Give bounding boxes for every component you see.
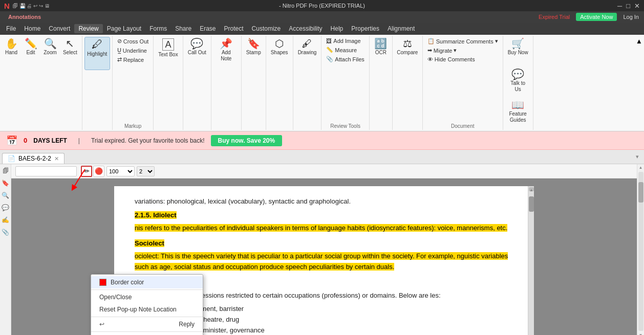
idiolect-label: 2.1.5. Idiolect bbox=[135, 211, 177, 219]
menu-erase[interactable]: Erase bbox=[196, 24, 220, 33]
replace-button[interactable]: ⇄ Replace bbox=[115, 55, 146, 64]
login-button[interactable]: Log In bbox=[621, 13, 641, 20]
reply-icon: ↩ bbox=[99, 321, 104, 328]
ribbon-group-callout: 💬 Call Out bbox=[183, 36, 211, 130]
menu-file[interactable]: File bbox=[2, 24, 20, 33]
scroll-down-button[interactable]: ▼ bbox=[638, 332, 644, 335]
menu-home[interactable]: Home bbox=[20, 24, 45, 33]
scrollbar-track[interactable] bbox=[638, 172, 643, 331]
menu-forms[interactable]: Forms bbox=[145, 24, 171, 33]
sidebar-bookmarks-icon[interactable]: 🔖 bbox=[1, 178, 10, 188]
addnote-button[interactable]: 📌 Add Note bbox=[213, 37, 239, 68]
ctx-reset-location-item[interactable]: Reset Pop-up Note Location bbox=[91, 303, 203, 316]
ctx-open-close-item[interactable]: Open/Close bbox=[91, 291, 203, 303]
hand-icon: ✋ bbox=[5, 38, 18, 49]
menu-accessibility[interactable]: Accessibility bbox=[285, 24, 326, 33]
border-color-swatch bbox=[99, 279, 106, 286]
menu-alignment[interactable]: Alignment bbox=[383, 24, 419, 33]
shapes-icon: ⬡ bbox=[275, 38, 284, 49]
zoom-tool-button[interactable]: 🔍 Zoom bbox=[41, 37, 59, 68]
menu-share[interactable]: Share bbox=[171, 24, 196, 33]
underline-button[interactable]: U̲ Underline bbox=[115, 46, 149, 55]
measure-button[interactable]: 📏 Measure bbox=[324, 46, 359, 54]
stamp-icon: 🔖 bbox=[247, 38, 260, 49]
compare-icon: ⚖ bbox=[403, 38, 412, 49]
trial-message: Trial expired. Get your favorite tools b… bbox=[91, 137, 205, 144]
menu-help[interactable]: Help bbox=[327, 24, 348, 33]
stamp-button[interactable]: 🔖 Stamp bbox=[244, 37, 264, 68]
shapes-label: Shapes bbox=[271, 50, 288, 56]
scrollbar-thumb[interactable] bbox=[638, 182, 643, 203]
tabs-dropdown-button[interactable]: ▾ bbox=[636, 153, 642, 160]
title-bar: N 🗐 💾 🖨 ↩ ↪ 🖥 - Nitro PDF Pro (EXPIRED T… bbox=[0, 0, 644, 11]
close-button[interactable]: ✕ bbox=[634, 2, 640, 10]
days-left-count: 0 bbox=[24, 137, 27, 144]
trial-buy-button[interactable]: Buy now. Save 20% bbox=[211, 135, 283, 146]
menu-convert[interactable]: Convert bbox=[45, 24, 74, 33]
highlight-label: Highlight bbox=[87, 51, 107, 57]
annotations-tab-area: Annotations bbox=[3, 13, 46, 20]
sidebar-attachments-icon[interactable]: 📎 bbox=[1, 228, 10, 237]
menu-page-layout[interactable]: Page Layout bbox=[103, 24, 145, 33]
attach-files-button[interactable]: 📎 Attach Files bbox=[324, 55, 367, 63]
talk-icon: 💬 bbox=[511, 69, 524, 79]
zoom-select[interactable]: 100 75 125 150 bbox=[106, 166, 135, 176]
menu-protect[interactable]: Protect bbox=[220, 24, 248, 33]
ribbon-group-document: 📋 Summarize Comments ▾ ➡ Migrate ▾ 👁 Hid… bbox=[423, 36, 503, 130]
maximize-button[interactable]: □ bbox=[626, 2, 630, 10]
select-tool-button[interactable]: ↖ Select bbox=[60, 37, 80, 68]
document-toolbar: ✏ 🔴 100 75 125 150 2 1 3 bbox=[11, 164, 637, 178]
feature-guides-button[interactable]: 📖 Feature Guides bbox=[505, 98, 531, 129]
attach-icon: 📎 bbox=[326, 56, 333, 62]
tab-bar: 📄 BAES-6-2-2 ✕ ▾ bbox=[0, 150, 644, 164]
migrate-button[interactable]: ➡ Migrate ▾ bbox=[425, 46, 460, 55]
ocr-button[interactable]: 🔡 OCR bbox=[372, 37, 390, 68]
sidebar-comments-icon[interactable]: 💬 bbox=[1, 203, 10, 212]
annotation-edit-button[interactable]: ✏ bbox=[81, 166, 92, 177]
menu-properties[interactable]: Properties bbox=[347, 24, 383, 33]
drawing-button[interactable]: 🖋 Drawing bbox=[295, 37, 319, 68]
shapes-button[interactable]: ⬡ Shapes bbox=[268, 37, 291, 68]
scroll-up-button[interactable]: ▲ bbox=[638, 164, 644, 171]
doc-tab-close-button[interactable]: ✕ bbox=[54, 155, 59, 162]
hand-tool-button[interactable]: ✋ Hand bbox=[2, 37, 20, 68]
buy-now-button[interactable]: 🛒 Buy Now bbox=[505, 37, 531, 68]
right-scrollbar[interactable]: ▲ ▼ bbox=[637, 164, 644, 335]
activate-now-button[interactable]: Activate Now bbox=[576, 13, 617, 21]
minimize-button[interactable]: ─ bbox=[617, 2, 622, 10]
idiolect-content: nis refers to the peculiarities of indiv… bbox=[135, 224, 507, 232]
highlight-button[interactable]: 🖊 Highlight bbox=[84, 37, 110, 70]
hide-icon: 👁 bbox=[427, 56, 433, 62]
sociolect-label: Sociolect bbox=[135, 239, 164, 247]
sidebar-signatures-icon[interactable]: ✍ bbox=[1, 215, 10, 225]
textbox-button[interactable]: A Text Box bbox=[156, 37, 180, 68]
add-image-button[interactable]: 🖼 Add Image bbox=[324, 37, 363, 45]
annotation-color-button[interactable]: 🔴 bbox=[93, 166, 104, 177]
summarize-comments-button[interactable]: 📋 Summarize Comments ▾ bbox=[425, 37, 501, 46]
page-select[interactable]: 2 1 3 bbox=[137, 166, 155, 176]
cross-out-button[interactable]: ⊘ Cross Out bbox=[115, 37, 152, 46]
ctx-border-color-item[interactable]: Border color bbox=[91, 276, 203, 288]
callout-button[interactable]: 💬 Call Out bbox=[185, 37, 209, 68]
collapse-ribbon-button[interactable]: ▲ bbox=[634, 36, 644, 47]
document-tab[interactable]: 📄 BAES-6-2-2 ✕ bbox=[2, 153, 65, 164]
search-input[interactable] bbox=[15, 166, 77, 176]
edit-tool-button[interactable]: ✏️ Edit bbox=[22, 37, 40, 68]
sidebar-search-icon[interactable]: 🔍 bbox=[1, 191, 10, 200]
ctx-open-close-label: Open/Close bbox=[99, 294, 132, 301]
drawing-icon: 🖋 bbox=[302, 38, 312, 49]
talk-to-us-button[interactable]: 💬 Talk to Us bbox=[505, 68, 531, 98]
zoom-icon: 🔍 bbox=[44, 38, 57, 49]
ctx-cut-item[interactable]: Cut Shift+Delete bbox=[91, 333, 203, 335]
sidebar-page-thumbnails-icon[interactable]: 🗐 bbox=[1, 166, 10, 175]
compare-button[interactable]: ⚖ Compare bbox=[395, 37, 420, 68]
menu-review[interactable]: Review bbox=[74, 24, 102, 33]
pencil-icon: ✏ bbox=[84, 167, 90, 175]
ctx-reply-item[interactable]: ↩ Reply bbox=[91, 318, 203, 330]
hide-comments-button[interactable]: 👁 Hide Comments bbox=[425, 55, 478, 63]
ribbon-group-review-tools: 🖼 Add Image 📏 Measure 📎 Attach Files Rev… bbox=[321, 36, 369, 130]
ctx-reset-location-label: Reset Pop-up Note Location bbox=[99, 306, 177, 313]
menu-customize[interactable]: Customize bbox=[248, 24, 285, 33]
doc-scrollbar[interactable]: ▲ ▼ bbox=[528, 186, 534, 335]
document-col: 📋 Summarize Comments ▾ ➡ Migrate ▾ 👁 Hid… bbox=[425, 37, 501, 122]
